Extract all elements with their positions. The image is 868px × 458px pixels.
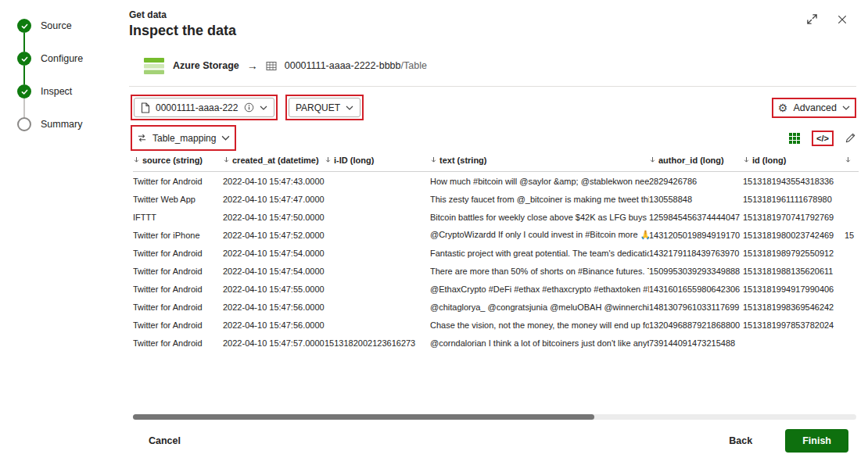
table-cell: 2022-04-10 15:47:57.0000 [223, 338, 325, 348]
column-header-label: text (string) [439, 156, 487, 165]
table-cell: Twitter for Android [133, 338, 223, 348]
column-header[interactable]: created_at (datetime) [223, 153, 325, 165]
table-cell: IFTTT [133, 213, 223, 222]
step-label: Source [41, 20, 72, 31]
grid-view-icon[interactable] [788, 132, 801, 145]
table-cell: This zesty faucet from @_bitcoiner is ma… [430, 195, 649, 204]
table-icon [266, 61, 277, 71]
table-cell: Bitcoin battles for weekly close above $… [430, 213, 649, 222]
finish-button[interactable]: Finish [785, 429, 848, 453]
table-row: Twitter for Android2022-04-10 15:47:43.0… [133, 172, 859, 190]
stepper-item-inspect[interactable]: Inspect [17, 84, 119, 98]
info-icon[interactable] [244, 102, 254, 113]
column-header[interactable] [845, 153, 859, 163]
table-cell: 1431601655980642306 [649, 284, 743, 294]
get-data-dialog: Source Configure Inspect Summary Get dat… [0, 0, 868, 458]
destination-table: 00001111-aaaa-2222-bbbb/Table [285, 60, 427, 71]
destination-suffix: /Table [401, 60, 427, 71]
stepper-connector [23, 66, 25, 84]
table-cell: @corndalorian I think a lot of bitcoiner… [430, 338, 649, 348]
table-cell: 1481307961033117699 [649, 302, 743, 312]
sort-icon [223, 156, 230, 163]
step-complete-icon [17, 19, 31, 33]
sort-icon [845, 156, 852, 163]
table-body: Twitter for Android2022-04-10 15:47:43.0… [133, 172, 859, 352]
format-dropdown-label: PARQUET [296, 102, 340, 113]
file-icon [141, 102, 150, 113]
sort-icon [743, 156, 750, 163]
table-cell: 2022-04-10 15:47:54.0000 [223, 249, 325, 258]
breadcrumb: Azure Storage → 00001111-aaaa-2222-bbbb/… [143, 55, 427, 77]
stepper-item-source[interactable]: Source [17, 19, 119, 33]
edit-icon[interactable] [845, 132, 856, 144]
stepper-connector [23, 33, 25, 52]
table-cell: How much #bitcoin will @saylor &amp; @st… [430, 177, 649, 186]
step-complete-icon [17, 52, 31, 66]
column-header[interactable]: i-ID (long) [325, 153, 430, 165]
data-preview-table: source (string)created_at (datetime)i-ID… [133, 153, 859, 413]
stepper-item-summary[interactable]: Summary [17, 117, 119, 131]
chevron-down-icon [842, 106, 850, 110]
format-dropdown[interactable]: PARQUET [289, 98, 360, 117]
table-row: Twitter for Android2022-04-10 15:47:54.0… [133, 244, 859, 262]
table-row: Twitter for Android2022-04-10 15:47:54.0… [133, 262, 859, 280]
table-row: Twitter for Android2022-04-10 15:47:56.0… [133, 298, 859, 316]
table-cell: 2022-04-10 15:47:43.0000 [223, 177, 325, 186]
annotation-highlight: ⚙ Advanced [772, 98, 856, 118]
sort-icon [430, 156, 437, 163]
sort-icon [133, 156, 140, 163]
table-cell: 1513181961111678980 [743, 195, 845, 204]
file-dropdown[interactable]: 00001111-aaaa-222... [134, 98, 274, 117]
annotation-highlight: Table_mapping [131, 125, 236, 151]
stepper-connector [23, 98, 25, 117]
column-header[interactable]: text (string) [430, 153, 649, 165]
table-cell: 2022-04-10 15:47:47.0000 [223, 195, 325, 204]
table-cell: Twitter for Android [133, 177, 223, 186]
table-row: Twitter for Android2022-04-10 15:47:55.0… [133, 280, 859, 298]
table-cell: Twitter for Android [133, 302, 223, 312]
table-cell: Twitter for Android [133, 320, 223, 330]
table-cell: 2022-04-10 15:47:56.0000 [223, 302, 325, 312]
scrollbar-thumb[interactable] [133, 414, 594, 420]
table-cell: 739144091473215488 [649, 338, 743, 348]
table-cell: 1509953039293349888 [649, 267, 743, 276]
table-row: Twitter for iPhone2022-04-10 15:47:52.00… [133, 226, 859, 244]
column-header[interactable]: id (long) [743, 153, 845, 165]
stepper-item-configure[interactable]: Configure [17, 52, 119, 66]
column-header[interactable]: source (string) [133, 153, 223, 165]
mapping-dropdown-label: Table_mapping [152, 133, 216, 144]
table-row: Twitter Web App2022-04-10 15:47:47.0000T… [133, 190, 859, 208]
column-header-label: source (string) [142, 156, 203, 165]
table-cell: 2022-04-10 15:47:56.0000 [223, 320, 325, 330]
table-header-row: source (string)created_at (datetime)i-ID… [133, 153, 859, 172]
expand-icon[interactable] [806, 13, 818, 25]
table-cell: 1513181970741792769 [743, 213, 845, 222]
table-cell: Fantastic project with great potential. … [430, 249, 649, 258]
source-name: Azure Storage [173, 60, 239, 71]
gear-icon: ⚙ [778, 102, 788, 113]
arrow-right-icon: → [247, 59, 258, 72]
mapping-dropdown[interactable]: Table_mapping [134, 128, 233, 148]
close-icon[interactable] [837, 14, 848, 25]
table-cell: 1259845456374444047 [649, 213, 743, 222]
table-cell: Chase the vision, not the money, the mon… [430, 320, 649, 330]
column-header-label: author_id (long) [658, 156, 724, 165]
column-header-label: created_at (datetime) [232, 156, 319, 165]
step-pending-circle [17, 117, 31, 131]
table-row: Twitter for Android2022-04-10 15:47:56.0… [133, 316, 859, 334]
column-header-label: i-ID (long) [334, 156, 374, 165]
table-cell: 1513181994917990406 [743, 284, 845, 294]
azure-storage-icon [143, 56, 165, 76]
cancel-button[interactable]: Cancel [149, 435, 181, 446]
table-cell: 1513181943554318336 [743, 177, 845, 186]
step-label: Summary [41, 119, 82, 130]
table-cell: 1513182002123616273 [325, 338, 430, 348]
advanced-button[interactable]: ⚙ Advanced [775, 101, 853, 115]
divider [129, 86, 856, 87]
back-button[interactable]: Back [729, 435, 752, 446]
column-header[interactable]: author_id (long) [649, 153, 743, 165]
table-cell: Twitter for Android [133, 267, 223, 276]
code-view-icon[interactable]: </> [816, 134, 829, 143]
horizontal-scrollbar[interactable] [133, 414, 856, 420]
table-cell: @chitaglorya_ @congratsjunia @meluOBAH @… [430, 302, 649, 312]
